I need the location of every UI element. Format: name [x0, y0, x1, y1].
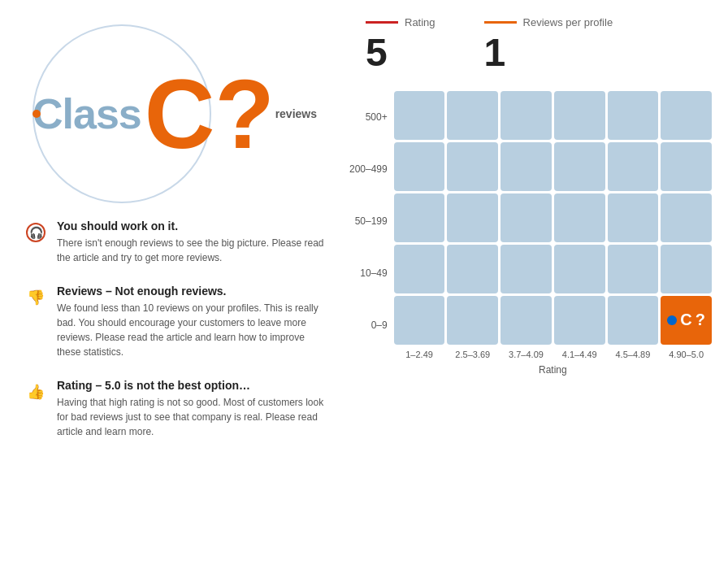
cell-r4-c1: [447, 296, 498, 345]
cell-r1-c1: [447, 142, 498, 191]
y-label-0: 0–9: [349, 301, 388, 350]
chart-area: 500+ 200–499 50–199 10–49 0–9: [349, 91, 712, 376]
cell-r4-c4: [608, 296, 659, 345]
rating-stat-block: Rating 5: [366, 16, 436, 75]
cell-r1-c4: [608, 142, 659, 191]
cell-r3-c4: [608, 245, 659, 293]
grade-letter: C: [145, 65, 215, 163]
cell-r4-c0: [394, 296, 445, 345]
x-label-5: 4.90–5.0: [661, 350, 712, 359]
active-dot: [667, 315, 677, 325]
rating-legend: Rating: [366, 16, 436, 28]
info-title-reviews: Reviews – Not enough reviews.: [57, 285, 325, 298]
reviews-per-profile-value: 1: [484, 32, 613, 75]
cell-r3-c3: [554, 245, 605, 293]
x-axis: 1–2.49 2.5–3.69 3.7–4.09 4.1–4.49 4.5–4.…: [394, 350, 712, 359]
info-list: 🎧 You should work on it. There isn't eno…: [24, 219, 325, 439]
grade-text: Class C ?: [24, 65, 275, 163]
cell-r1-c5: [661, 142, 712, 191]
headphones-icon: 🎧: [24, 221, 47, 244]
x-label-3: 4.1–4.49: [554, 350, 605, 359]
x-label-1: 2.5–3.69: [447, 350, 498, 359]
info-desc-work: There isn't enough reviews to see the bi…: [57, 236, 325, 265]
cell-r0-c0: [394, 91, 445, 140]
x-label-2: 3.7–4.09: [500, 350, 552, 359]
reviews-per-profile-label: Reviews per profile: [523, 16, 613, 28]
reviews-label: reviews: [275, 107, 317, 120]
legend-line-orange: [484, 21, 517, 24]
reviews-per-profile-legend: Reviews per profile: [484, 16, 613, 28]
x-label-0: 1–2.49: [394, 350, 445, 359]
cell-r3-c5: [661, 245, 712, 293]
cell-r0-c4: [608, 91, 659, 140]
dot-indicator: [32, 110, 41, 118]
cell-r1-c2: [500, 142, 552, 191]
cell-r1-c0: [394, 142, 445, 191]
cell-r2-c3: [554, 193, 605, 242]
active-grade-c: C: [680, 311, 691, 329]
cell-r2-c4: [608, 193, 659, 242]
info-desc-reviews: We found less than 10 reviews on your pr…: [57, 301, 325, 359]
left-panel: Class C ? reviews 🎧 You should work on i…: [0, 0, 341, 578]
cell-r2-c1: [447, 193, 498, 242]
cell-r3-c0: [394, 245, 445, 293]
y-label-50: 50–199: [349, 197, 388, 246]
cell-r2-c0: [394, 193, 445, 242]
thumbs-up-icon: 👍: [24, 380, 47, 403]
cell-r4-c3: [554, 296, 605, 345]
main-container: Class C ? reviews 🎧 You should work on i…: [0, 0, 728, 578]
y-label-10: 10–49: [349, 249, 388, 298]
cell-r1-c3: [554, 142, 605, 191]
cell-r3-c1: [447, 245, 498, 293]
cell-r4-c2: [500, 296, 552, 345]
thumbs-down-icon: 👎: [24, 286, 47, 309]
cell-r2-c2: [500, 193, 552, 242]
cell-active-r4-c5: C ?: [661, 296, 712, 345]
stats-row: Rating 5 Reviews per profile 1: [349, 16, 712, 75]
info-item-work: 🎧 You should work on it. There isn't eno…: [24, 219, 325, 265]
cell-r0-c3: [554, 91, 605, 140]
cell-r0-c1: [447, 91, 498, 140]
x-axis-rating-label: Rating: [394, 364, 712, 376]
legend-line-red: [366, 21, 398, 24]
cell-r3-c2: [500, 245, 552, 293]
y-label-500: 500+: [349, 93, 388, 141]
y-axis: 500+ 200–499 50–199 10–49 0–9: [349, 91, 394, 376]
rating-label: Rating: [405, 16, 436, 28]
cell-r0-c2: [500, 91, 552, 140]
y-label-200: 200–499: [349, 145, 388, 193]
info-desc-rating: Having that high rating is not so good. …: [57, 395, 325, 439]
grid-and-x: C ? 1–2.49 2.5–3.69 3.7–4.09 4.1–4.49 4.…: [394, 91, 712, 376]
class-label: Class: [32, 89, 141, 138]
active-grade-q: ?: [696, 311, 705, 329]
right-panel: Rating 5 Reviews per profile 1 500+ 200–…: [341, 0, 728, 578]
cell-r0-c5: [661, 91, 712, 140]
info-item-reviews: 👎 Reviews – Not enough reviews. We found…: [24, 285, 325, 359]
x-label-4: 4.5–4.89: [608, 350, 659, 359]
info-item-rating: 👍 Rating – 5.0 is not the best option… H…: [24, 379, 325, 439]
cell-r2-c5: [661, 193, 712, 242]
info-title-work: You should work on it.: [57, 219, 325, 233]
grade-question: ?: [214, 65, 274, 163]
x-axis-label-row: Rating: [394, 364, 712, 376]
info-title-rating: Rating – 5.0 is not the best option…: [57, 379, 325, 392]
rating-value: 5: [366, 32, 436, 75]
grade-area: Class C ? reviews: [24, 16, 325, 211]
heatmap-grid: C ?: [394, 91, 712, 345]
reviews-per-profile-stat-block: Reviews per profile 1: [484, 16, 613, 75]
